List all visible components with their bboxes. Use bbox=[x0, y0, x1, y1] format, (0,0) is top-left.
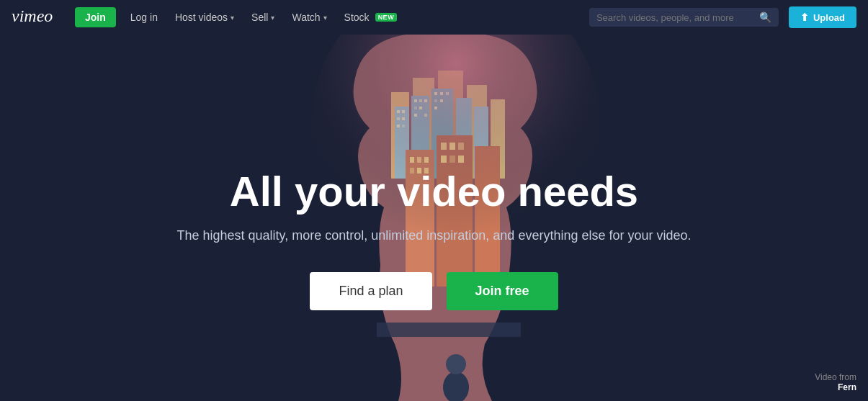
upload-label: Upload bbox=[813, 12, 845, 23]
video-author: Fern bbox=[815, 382, 856, 392]
join-button[interactable]: Join bbox=[75, 7, 116, 27]
stock-link[interactable]: Stock NEW bbox=[337, 12, 405, 23]
login-label: Log in bbox=[130, 12, 158, 23]
hero-content: All your video needs The highest quality… bbox=[176, 125, 691, 311]
host-videos-link[interactable]: Host videos ▾ bbox=[168, 12, 241, 23]
svg-point-47 bbox=[446, 354, 466, 374]
upload-button[interactable]: ⬆ Upload bbox=[789, 6, 856, 28]
video-from-label: Video from bbox=[815, 372, 856, 382]
sell-label: Sell bbox=[251, 12, 268, 23]
sell-link[interactable]: Sell ▾ bbox=[244, 12, 282, 23]
hero-buttons: Find a plan Join free bbox=[176, 272, 691, 310]
navbar: vimeo Join Log in Host videos ▾ Sell ▾ W… bbox=[0, 0, 868, 35]
join-free-button[interactable]: Join free bbox=[447, 272, 558, 310]
hero-section: All your video needs The highest quality… bbox=[0, 35, 868, 401]
watch-link[interactable]: Watch ▾ bbox=[285, 12, 334, 23]
search-box: 🔍 bbox=[589, 8, 779, 27]
logo[interactable]: vimeo bbox=[12, 7, 63, 27]
chevron-down-icon: ▾ bbox=[271, 14, 274, 22]
video-credit: Video from Fern bbox=[815, 372, 856, 392]
new-badge: NEW bbox=[375, 13, 398, 22]
svg-text:vimeo: vimeo bbox=[12, 7, 53, 24]
hero-title: All your video needs bbox=[176, 168, 691, 215]
svg-rect-45 bbox=[377, 323, 521, 337]
host-videos-label: Host videos bbox=[175, 12, 228, 23]
search-input[interactable] bbox=[596, 12, 755, 23]
stock-label: Stock bbox=[344, 12, 370, 23]
chevron-down-icon: ▾ bbox=[323, 14, 327, 22]
watch-label: Watch bbox=[292, 12, 320, 23]
hero-subtitle: The highest quality, more control, unlim… bbox=[176, 228, 691, 243]
chevron-down-icon: ▾ bbox=[231, 14, 234, 22]
search-icon: 🔍 bbox=[759, 12, 771, 23]
login-link[interactable]: Log in bbox=[123, 12, 165, 23]
upload-icon: ⬆ bbox=[800, 12, 809, 23]
find-plan-button[interactable]: Find a plan bbox=[310, 272, 431, 310]
